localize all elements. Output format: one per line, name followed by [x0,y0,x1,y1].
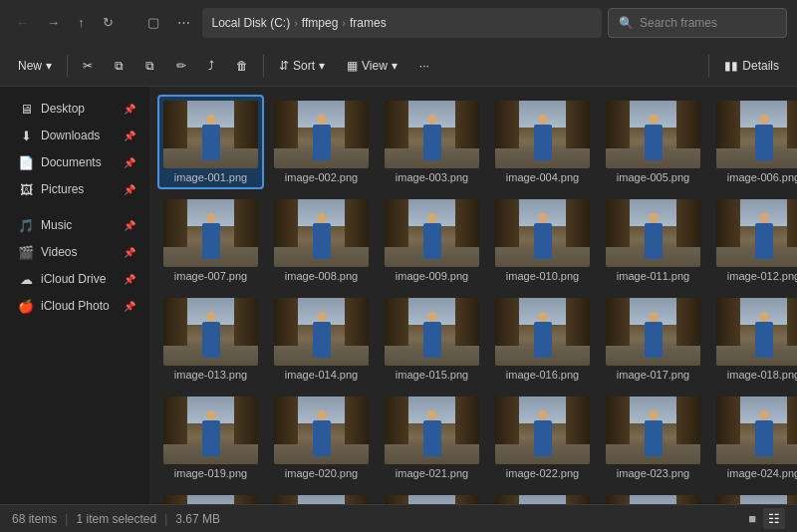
pin-videos-icon: 📌 [124,247,135,258]
cut-button[interactable]: ✂ [73,54,103,78]
more-toolbar-button[interactable]: ··· [409,54,439,78]
file-item[interactable]: image-009.png [379,193,485,288]
file-item[interactable]: image-017.png [600,292,706,387]
sidebar-item-downloads[interactable]: ⬇ Downloads 📌 [4,123,145,148]
more-nav-button[interactable]: ⋯ [171,11,196,34]
file-name: image-010.png [495,270,590,282]
breadcrumb-ffmpeg[interactable]: ffmpeg [302,16,338,30]
file-item[interactable]: image-012.png [710,193,797,288]
file-item[interactable]: image-006.png [710,95,797,189]
file-item[interactable]: image-007.png [157,193,264,288]
file-name: image-019.png [163,467,258,479]
delete-button[interactable]: 🗑 [226,54,258,78]
up-button[interactable]: ↑ [72,11,91,34]
search-input[interactable] [640,16,776,30]
new-button[interactable]: New ▾ [8,54,62,78]
file-item[interactable]: image-020.png [268,391,375,485]
details-panel-icon: ▮▮ [724,59,738,73]
file-item[interactable]: image-024.png [710,391,797,485]
share-button[interactable]: ⤴ [198,54,224,78]
file-item[interactable]: image-018.png [710,292,797,387]
breadcrumb-frames[interactable]: frames [350,16,387,30]
file-grid: image-001.png image-002.png image-003.pn… [157,95,789,504]
file-thumbnail [385,397,479,464]
file-thumbnail [163,298,258,366]
desktop-icon: 🖥 [18,101,34,117]
items-count: 68 items [12,512,57,526]
back-button[interactable]: ← [10,11,35,34]
sidebar-item-videos[interactable]: 🎬 Videos 📌 [4,239,145,265]
view-button[interactable]: ▦ View ▾ [337,54,407,78]
sidebar-label-icloud-drive: iCloud Drive [41,272,106,286]
file-item[interactable]: image-023.png [600,391,706,485]
file-name: image-017.png [606,369,700,381]
grid-view-button[interactable]: ■ [743,508,761,529]
breadcrumb-sep-2: › [342,17,346,29]
file-thumbnail [274,199,369,267]
details-button[interactable]: ▮▮ Details [714,54,789,78]
file-item[interactable]: image-016.png [489,292,596,387]
content-area: image-001.png image-002.png image-003.pn… [149,87,797,504]
sidebar-label-pictures: Pictures [41,182,84,196]
file-item[interactable]: image-005.png [600,95,706,189]
file-name: image-009.png [385,270,479,282]
file-item[interactable]: image-025.png [157,489,264,504]
file-item[interactable]: image-013.png [157,292,264,387]
file-item[interactable]: image-029.png [600,489,706,504]
sidebar-item-desktop[interactable]: 🖥 Desktop 📌 [4,96,145,122]
sort-label: Sort [293,59,315,73]
view-arrow: ▾ [392,59,398,73]
file-item[interactable]: image-001.png [157,95,264,189]
file-name: image-021.png [385,467,479,479]
copy-button[interactable]: ⧉ [105,54,133,78]
sidebar-item-pictures[interactable]: 🖼 Pictures 📌 [4,176,145,202]
sidebar-item-icloud-photo[interactable]: 🍎 iCloud Photo 📌 [4,293,145,319]
refresh-button[interactable]: ↻ [97,11,120,34]
list-view-button[interactable]: ☷ [763,508,785,529]
sidebar-item-icloud-drive[interactable]: ☁ iCloud Drive 📌 [4,266,145,292]
file-item[interactable]: image-030.png [710,489,797,504]
file-item[interactable]: image-014.png [268,292,375,387]
paste-button[interactable]: ⧉ [135,54,164,78]
forward-button[interactable]: → [41,11,66,34]
toolbar-sep-2 [263,55,264,77]
monitor-icon-button[interactable]: ▢ [141,11,165,34]
sidebar-label-music: Music [41,218,72,232]
file-item[interactable]: image-010.png [489,193,596,288]
file-name: image-005.png [606,171,700,183]
pictures-icon: 🖼 [18,181,34,197]
sidebar-label-icloud-photo: iCloud Photo [41,299,110,313]
file-item[interactable]: image-027.png [379,489,485,504]
file-item[interactable]: image-028.png [489,489,596,504]
rename-button[interactable]: ✏ [166,54,196,78]
file-thumbnail [716,397,797,464]
sort-button[interactable]: ⇵ Sort ▾ [269,54,335,78]
file-thumbnail [274,495,369,504]
file-item[interactable]: image-003.png [379,95,485,189]
breadcrumb-local-disk[interactable]: Local Disk (C:) [212,16,291,30]
file-item[interactable]: image-021.png [379,391,485,485]
file-thumbnail [163,397,258,464]
file-name: image-003.png [385,171,479,183]
file-item[interactable]: image-008.png [268,193,375,288]
videos-icon: 🎬 [18,244,34,260]
view-mode-buttons: ■ ☷ [743,508,785,529]
file-item[interactable]: image-004.png [489,95,596,189]
file-item[interactable]: image-015.png [379,292,485,387]
statusbar: 68 items | 1 item selected | 3.67 MB ■ ☷ [0,504,797,532]
file-thumbnail [716,298,797,366]
file-thumbnail [495,101,590,168]
file-item[interactable]: image-011.png [600,193,706,288]
search-box[interactable]: 🔍 [608,8,787,38]
file-thumbnail [274,397,369,464]
file-thumbnail [274,298,369,366]
file-item[interactable]: image-019.png [157,391,264,485]
file-item[interactable]: image-026.png [268,489,375,504]
sidebar-item-music[interactable]: 🎵 Music 📌 [4,212,145,238]
file-item[interactable]: image-002.png [268,95,375,189]
file-name: image-020.png [274,467,369,479]
file-item[interactable]: image-022.png [489,391,596,485]
file-name: image-013.png [163,369,258,381]
file-thumbnail [606,495,700,504]
sidebar-item-documents[interactable]: 📄 Documents 📌 [4,149,145,175]
